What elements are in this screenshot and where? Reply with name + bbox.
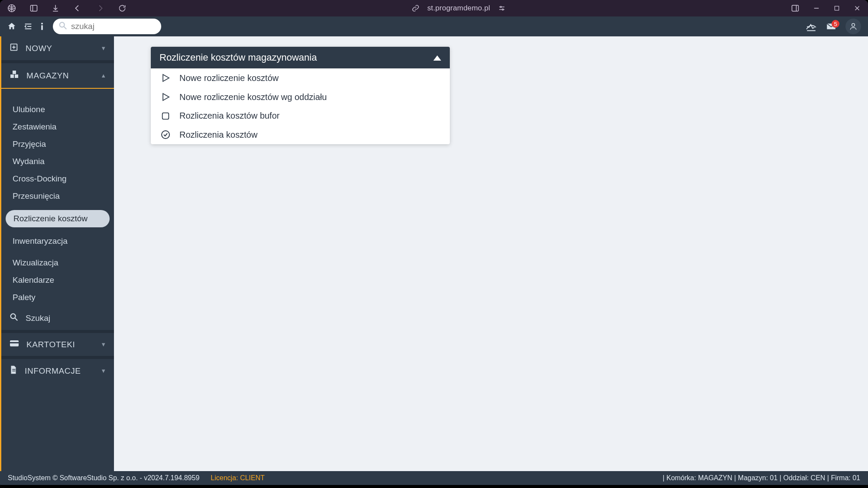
mail-button[interactable]: 5	[826, 21, 837, 32]
section-label: MAGAZYN	[26, 71, 69, 81]
body: NOWY ▼ MAGAZYN ▲ Ulubione Zestawienia Pr…	[0, 36, 868, 471]
tune-icon[interactable]	[496, 3, 507, 14]
sidebar-section-nowy[interactable]: NOWY ▼	[1, 36, 114, 60]
chevron-up-icon: ▲	[101, 72, 106, 79]
panel-item-nowe-rozliczenie-wg-oddzialu[interactable]: Nowe rozliczenie kosztów wg oddziału	[151, 87, 450, 107]
sidebar-item-przesuniecia[interactable]: Przesunięcia	[1, 187, 114, 205]
play-icon	[159, 92, 172, 102]
section-label: NOWY	[26, 44, 52, 53]
panel-item-bufor[interactable]: Rozliczenia kosztów bufor	[151, 107, 450, 125]
panel-item-label: Nowe rozliczenie kosztów wg oddziału	[179, 92, 327, 102]
check-circle-icon	[159, 129, 172, 140]
svg-rect-7	[792, 5, 799, 11]
section-label: INFORMACJE	[25, 366, 81, 376]
sidebar-item-wydania[interactable]: Wydania	[1, 153, 114, 170]
svg-point-5	[500, 6, 501, 8]
search-input[interactable]	[53, 19, 161, 34]
sidebar-item-inwentaryzacja[interactable]: Inwentaryzacja	[1, 233, 114, 250]
browser-logo-icon	[5, 2, 18, 15]
app-window: st.programdemo.pl	[0, 0, 868, 488]
svg-point-18	[60, 23, 65, 27]
svg-rect-27	[13, 71, 16, 74]
search-icon	[58, 21, 68, 32]
document-icon	[9, 365, 18, 377]
link-icon	[410, 3, 421, 14]
svg-point-6	[502, 9, 504, 10]
forward-icon[interactable]	[94, 2, 107, 15]
svg-rect-26	[15, 74, 18, 78]
window-maximize-icon[interactable]	[832, 3, 842, 13]
split-view-icon[interactable]	[789, 2, 801, 14]
chevron-down-icon: ▼	[101, 341, 106, 348]
sidebar-section-magazyn[interactable]: MAGAZYN ▲	[1, 63, 114, 89]
svg-rect-31	[10, 342, 19, 343]
svg-marker-35	[163, 74, 169, 81]
plane-icon[interactable]	[806, 21, 817, 32]
status-product: StudioSystem © SoftwareStudio Sp. z o.o.…	[8, 474, 199, 482]
home-icon[interactable]	[7, 22, 16, 31]
play-icon	[159, 73, 172, 83]
svg-point-16	[41, 23, 43, 25]
svg-rect-37	[163, 113, 169, 119]
svg-marker-36	[163, 94, 169, 100]
svg-line-29	[15, 318, 18, 321]
svg-rect-1	[31, 5, 37, 11]
collapse-up-icon	[433, 52, 441, 63]
search-field[interactable]	[71, 22, 154, 31]
panel-header[interactable]: Rozliczenie kosztów magazynowania	[151, 47, 450, 68]
card-icon	[9, 339, 20, 350]
svg-rect-33	[12, 371, 15, 372]
sidebar-item-przyjecia[interactable]: Przyjęcia	[1, 136, 114, 153]
sidebar-item-cross-docking[interactable]: Cross-Docking	[1, 170, 114, 187]
search-icon	[9, 312, 19, 324]
panel-item-label: Nowe rozliczenie kosztów	[179, 73, 279, 83]
status-segments: | Komórka: MAGAZYN | Magazyn: 01 | Oddzi…	[663, 474, 860, 482]
square-icon	[159, 111, 172, 121]
sidebar-item-ulubione[interactable]: Ulubione	[1, 101, 114, 118]
chevron-down-icon: ▼	[101, 45, 106, 52]
panel-item-nowe-rozliczenie[interactable]: Nowe rozliczenie kosztów	[151, 68, 450, 87]
sidebar-item-wizualizacja[interactable]: Wizualizacja	[1, 254, 114, 271]
window-close-icon[interactable]	[852, 3, 863, 14]
download-icon[interactable]	[49, 2, 62, 14]
content-area: Rozliczenie kosztów magazynowania Nowe r…	[114, 36, 868, 471]
svg-rect-25	[10, 74, 14, 78]
svg-point-21	[852, 23, 855, 26]
reload-icon[interactable]	[116, 2, 128, 14]
page-url[interactable]: st.programdemo.pl	[427, 4, 490, 13]
svg-point-38	[162, 131, 169, 139]
sidebar-item-palety[interactable]: Palety	[1, 289, 114, 306]
back-icon[interactable]	[71, 2, 84, 15]
svg-rect-17	[41, 25, 43, 30]
status-bar: StudioSystem © SoftwareStudio Sp. z o.o.…	[0, 471, 868, 485]
svg-rect-10	[835, 6, 839, 10]
svg-point-28	[11, 314, 16, 319]
user-avatar[interactable]	[845, 19, 861, 34]
svg-marker-34	[433, 55, 441, 61]
plus-box-icon	[9, 42, 19, 54]
panel-item-label: Rozliczenia kosztów	[179, 130, 257, 140]
sidebar-item-zestawienia[interactable]: Zestawienia	[1, 118, 114, 136]
sidebar-item-kalendarze[interactable]: Kalendarze	[1, 271, 114, 289]
panel-rozliczenie: Rozliczenie kosztów magazynowania Nowe r…	[151, 47, 450, 144]
sidebar-item-rozliczenie-kosztow[interactable]: Rozliczenie kosztów	[6, 210, 110, 227]
appbar: 5	[0, 16, 868, 36]
sidebar: NOWY ▼ MAGAZYN ▲ Ulubione Zestawienia Pr…	[1, 36, 114, 471]
status-license: Licencja: CLIENT	[211, 474, 265, 482]
sidebar-toggle-icon[interactable]	[28, 2, 40, 14]
panel-item-label: Rozliczenia kosztów bufor	[179, 111, 280, 121]
warehouse-icon	[9, 69, 20, 82]
notification-badge: 5	[832, 20, 839, 28]
sidebar-section-informacje[interactable]: INFORMACJE ▼	[1, 359, 114, 383]
section-label: KARTOTEKI	[26, 340, 75, 349]
info-icon[interactable]	[40, 22, 44, 31]
panel-item-rozliczenia[interactable]: Rozliczenia kosztów	[151, 125, 450, 144]
sidebar-item-label: Szukaj	[26, 313, 50, 323]
titlebar: st.programdemo.pl	[0, 0, 868, 16]
sidebar-section-kartoteki[interactable]: KARTOTEKI ▼	[1, 333, 114, 356]
window-minimize-icon[interactable]	[811, 3, 822, 14]
sidebar-item-szukaj[interactable]: Szukaj	[1, 306, 114, 330]
svg-rect-32	[12, 369, 15, 370]
frame-bottom	[0, 485, 868, 488]
outdent-icon[interactable]	[23, 22, 33, 31]
